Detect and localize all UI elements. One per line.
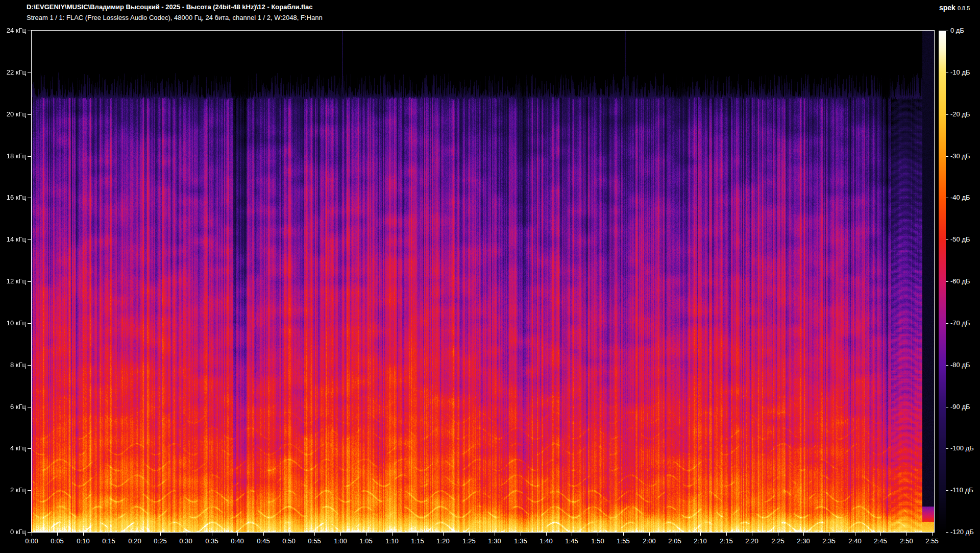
- time-tick-label: 2:35: [818, 537, 840, 545]
- time-tick-label: 0:35: [201, 537, 223, 545]
- time-tick-label: 0:05: [46, 537, 68, 545]
- freq-tick-label: 2 кГц: [0, 486, 26, 494]
- time-tick-label: 0:20: [124, 537, 146, 545]
- time-tick: [700, 533, 701, 536]
- time-tick: [237, 533, 238, 536]
- time-tick-label: 2:15: [715, 537, 738, 545]
- time-tick-label: 1:15: [406, 537, 429, 545]
- time-tick: [572, 533, 572, 536]
- time-tick-label: 1:50: [586, 537, 609, 545]
- freq-tick-label: 8 кГц: [0, 361, 26, 369]
- time-tick-label: 2:10: [689, 537, 712, 545]
- legend-tick: [946, 73, 948, 73]
- time-tick: [57, 533, 58, 536]
- time-tick: [263, 533, 264, 536]
- time-tick: [366, 533, 366, 536]
- time-tick: [649, 533, 650, 536]
- legend-tick-label: -50 дБ: [950, 235, 970, 244]
- time-tick: [340, 533, 341, 536]
- legend-tick-label: -10 дБ: [950, 68, 970, 77]
- freq-tick-label: 20 кГц: [0, 110, 26, 118]
- freq-tick-label: 0 кГц: [0, 528, 26, 536]
- time-tick-label: 0:15: [97, 537, 120, 545]
- legend-tick-label: -40 дБ: [950, 194, 970, 202]
- time-tick-label: 0:50: [278, 537, 300, 545]
- time-tick-label: 2:50: [895, 537, 918, 545]
- legend-tick: [946, 323, 948, 324]
- legend-tick-label: -30 дБ: [950, 152, 970, 160]
- legend-tick-label: -120 дБ: [950, 528, 974, 536]
- time-tick: [546, 533, 547, 536]
- freq-tick: [28, 448, 31, 449]
- freq-tick: [28, 31, 31, 31]
- time-tick: [623, 533, 624, 536]
- time-tick-label: 2:45: [869, 537, 892, 545]
- time-tick: [83, 533, 84, 536]
- db-legend-colorbar: [939, 31, 946, 532]
- time-tick: [752, 533, 752, 536]
- time-tick: [212, 533, 212, 536]
- legend-tick-label: -60 дБ: [950, 277, 970, 285]
- time-tick-label: 0:45: [252, 537, 275, 545]
- freq-tick-label: 12 кГц: [0, 277, 26, 285]
- time-tick-label: 2:25: [767, 537, 789, 545]
- time-tick: [906, 533, 907, 536]
- freq-tick-label: 18 кГц: [0, 152, 26, 160]
- time-tick: [521, 533, 521, 536]
- time-tick-label: 2:05: [664, 537, 686, 545]
- time-tick: [109, 533, 109, 536]
- time-tick: [392, 533, 393, 536]
- time-tick-label: 0:30: [175, 537, 197, 545]
- time-tick: [598, 533, 598, 536]
- legend-tick: [946, 239, 948, 240]
- spek-window: { "header": { "file_path": "D:\\EVGENIY\…: [0, 0, 980, 553]
- time-tick: [829, 533, 829, 536]
- time-tick-label: 1:05: [355, 537, 377, 545]
- legend-tick-label: -70 дБ: [950, 319, 970, 327]
- legend-tick: [946, 365, 948, 366]
- legend-tick-label: -20 дБ: [950, 110, 970, 118]
- spectrogram-plot-frame: [31, 30, 935, 533]
- legend-tick-label: -80 дБ: [950, 361, 970, 369]
- legend-tick-label: -90 дБ: [950, 403, 970, 411]
- legend-tick: [946, 114, 948, 115]
- legend-tick: [946, 31, 948, 31]
- time-tick-label: 0:55: [303, 537, 326, 545]
- time-tick-label: 1:45: [560, 537, 583, 545]
- time-tick: [778, 533, 778, 536]
- freq-tick: [28, 490, 31, 491]
- freq-tick: [28, 239, 31, 240]
- time-tick: [32, 533, 32, 536]
- legend-tick-label: 0 дБ: [950, 27, 964, 35]
- time-tick: [855, 533, 855, 536]
- time-tick-label: 2:55: [921, 537, 943, 545]
- time-tick: [932, 533, 933, 536]
- time-tick: [186, 533, 186, 536]
- time-tick: [135, 533, 135, 536]
- time-tick-label: 2:30: [792, 537, 815, 545]
- time-tick-label: 2:20: [741, 537, 763, 545]
- time-tick-label: 1:30: [483, 537, 506, 545]
- freq-tick: [28, 281, 31, 282]
- freq-tick-label: 22 кГц: [0, 68, 26, 77]
- stream-info-line: Stream 1 / 1: FLAC (Free Lossless Audio …: [27, 14, 323, 21]
- app-version: 0.8.5: [958, 5, 970, 11]
- freq-tick: [28, 114, 31, 115]
- time-tick: [160, 533, 161, 536]
- file-path-title: D:\EVGENIY\MUSIC\Владимир Высоцкий - 202…: [27, 3, 312, 11]
- time-tick: [726, 533, 727, 536]
- time-tick-label: 1:00: [329, 537, 352, 545]
- time-tick: [289, 533, 289, 536]
- freq-tick-label: 6 кГц: [0, 403, 26, 411]
- app-badge: spek0.8.5: [939, 4, 970, 12]
- freq-tick: [28, 156, 31, 157]
- time-tick: [675, 533, 675, 536]
- freq-tick: [28, 532, 31, 533]
- time-tick-label: 1:25: [458, 537, 480, 545]
- time-tick: [880, 533, 881, 536]
- time-tick-label: 1:35: [509, 537, 532, 545]
- legend-tick: [946, 156, 948, 157]
- time-tick: [443, 533, 444, 536]
- freq-tick-label: 10 кГц: [0, 319, 26, 327]
- time-tick: [803, 533, 804, 536]
